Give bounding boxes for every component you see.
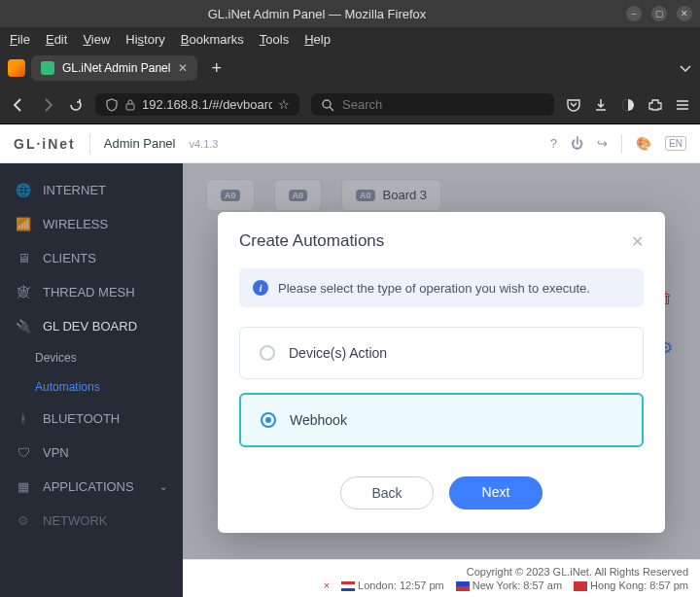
apps-icon: ▦ xyxy=(16,479,31,494)
sidebar-item-vpn[interactable]: 🛡VPN xyxy=(0,436,183,470)
menu-view[interactable]: View xyxy=(83,32,110,47)
page-content: GL·iNet Admin Panel v4.1.3 ? ⏻ ↪ 🎨 EN 🌐I… xyxy=(0,124,700,597)
hamburger-menu-icon[interactable] xyxy=(675,97,690,113)
option-label: Device(s) Action xyxy=(289,345,387,361)
menu-help[interactable]: Help xyxy=(304,32,331,47)
bluetooth-icon: ᚼ xyxy=(16,411,31,426)
menu-history[interactable]: History xyxy=(125,32,164,47)
sidebar-sub-devices[interactable]: Devices xyxy=(0,343,183,372)
new-tab-button[interactable]: + xyxy=(203,58,229,79)
back-button[interactable] xyxy=(10,96,27,114)
window-maximize-button[interactable]: ▢ xyxy=(651,6,667,21)
window-titlebar: GL.iNet Admin Panel — Mozilla Firefox – … xyxy=(0,0,700,27)
search-bar[interactable] xyxy=(311,93,554,116)
sidebar-item-bluetooth[interactable]: ᚼBLUETOOTH xyxy=(0,402,183,436)
darkmode-icon[interactable] xyxy=(620,97,636,113)
admin-version: v4.1.3 xyxy=(190,138,219,150)
clock-london: London: 12:57 pm xyxy=(341,579,444,591)
create-automations-modal: Create Automations ✕ i Please select the… xyxy=(218,212,665,533)
theme-icon[interactable]: 🎨 xyxy=(636,136,651,151)
window-title: GL.iNet Admin Panel — Mozilla Firefox xyxy=(8,7,626,21)
next-button[interactable]: Next xyxy=(449,476,542,509)
sidebar-sub-automations[interactable]: Automations xyxy=(0,372,183,402)
search-input[interactable] xyxy=(342,97,544,112)
radio-icon xyxy=(261,412,276,428)
bookmark-star-icon[interactable]: ☆ xyxy=(278,97,290,112)
menu-bookmarks[interactable]: Bookmarks xyxy=(181,32,244,47)
admin-title: Admin Panel xyxy=(104,136,176,151)
window-minimize-button[interactable]: – xyxy=(626,6,642,21)
window-close-button[interactable]: ✕ xyxy=(677,6,692,21)
sidebar-item-clients[interactable]: 🖥CLIENTS xyxy=(0,241,183,275)
help-icon[interactable]: ? xyxy=(550,136,557,151)
browser-tab[interactable]: GL.iNet Admin Panel ✕ xyxy=(31,55,197,81)
wifi-icon: 📶 xyxy=(16,217,31,231)
reboot-icon[interactable]: ⏻ xyxy=(571,136,583,151)
modal-title: Create Automations xyxy=(239,231,384,251)
pocket-icon[interactable] xyxy=(566,97,581,113)
tab-label: GL.iNet Admin Panel xyxy=(62,61,170,75)
search-icon xyxy=(321,98,334,112)
firefox-icon xyxy=(8,59,25,77)
url-text: 192.168.8.1/#/devboardautom xyxy=(142,97,272,112)
copyright-text: Copyright © 2023 GL.iNet. All Rights Res… xyxy=(194,566,688,578)
menu-tools[interactable]: Tools xyxy=(260,32,289,47)
flag-uk-icon xyxy=(341,581,355,591)
tab-favicon-icon xyxy=(41,61,54,75)
clock-hongkong: Hong Kong: 8:57 pm xyxy=(574,579,688,591)
info-icon: i xyxy=(253,280,268,296)
extensions-icon[interactable] xyxy=(648,97,663,113)
back-button[interactable]: Back xyxy=(340,476,434,509)
shield-icon xyxy=(105,98,119,112)
modal-info-text: Please select the type of operation you … xyxy=(278,281,590,296)
board-icon: 🔌 xyxy=(16,319,31,334)
globe-icon: 🌐 xyxy=(16,183,31,197)
reload-button[interactable] xyxy=(68,97,84,113)
vpn-icon: 🛡 xyxy=(16,445,31,460)
sidebar-item-network[interactable]: ⚙NETWORK xyxy=(0,504,183,538)
brand-logo: GL·iNet xyxy=(14,136,76,152)
svg-point-1 xyxy=(323,100,331,108)
lock-icon xyxy=(124,99,136,111)
modal-overlay: Create Automations ✕ i Please select the… xyxy=(183,163,700,597)
forward-button[interactable] xyxy=(39,96,56,114)
svg-rect-0 xyxy=(126,104,134,110)
sidebar-item-devboard[interactable]: 🔌GL DEV BOARD xyxy=(0,309,183,343)
app-header: GL·iNet Admin Panel v4.1.3 ? ⏻ ↪ 🎨 EN xyxy=(0,124,700,163)
sidebar-item-wireless[interactable]: 📶WIRELESS xyxy=(0,207,183,241)
logout-icon[interactable]: ↪ xyxy=(597,136,608,151)
option-label: Webhook xyxy=(290,412,347,428)
downloads-icon[interactable] xyxy=(593,97,609,113)
clients-icon: 🖥 xyxy=(16,251,31,265)
sidebar-item-thread-mesh[interactable]: 🕸THREAD MESH xyxy=(0,275,183,309)
sidebar-item-applications[interactable]: ▦APPLICATIONS⌄ xyxy=(0,470,183,504)
page-footer: Copyright © 2023 GL.iNet. All Rights Res… xyxy=(183,559,700,597)
flag-us-icon xyxy=(456,581,470,591)
radio-icon xyxy=(260,345,275,361)
main-content: A0 A0 A0Board 3 🗑 ⚙ s ) A0Board 3 Create… xyxy=(183,163,700,597)
menu-edit[interactable]: Edit xyxy=(46,32,67,47)
tabs-overflow-button[interactable] xyxy=(679,61,692,75)
browser-menubar: File Edit View History Bookmarks Tools H… xyxy=(0,27,700,51)
mesh-icon: 🕸 xyxy=(16,285,31,299)
option-device-action[interactable]: Device(s) Action xyxy=(239,327,644,379)
sidebar-item-internet[interactable]: 🌐INTERNET xyxy=(0,173,183,207)
menu-file[interactable]: File xyxy=(10,32,30,47)
chevron-down-icon: ⌄ xyxy=(159,481,167,492)
tab-strip: GL.iNet Admin Panel ✕ + xyxy=(0,51,700,86)
clock-newyork: New York: 8:57 am xyxy=(456,579,562,591)
browser-toolbar: 192.168.8.1/#/devboardautom ☆ xyxy=(0,86,700,124)
address-bar[interactable]: 192.168.8.1/#/devboardautom ☆ xyxy=(95,93,299,116)
modal-info: i Please select the type of operation yo… xyxy=(239,268,644,307)
tab-close-icon[interactable]: ✕ xyxy=(178,61,188,75)
language-button[interactable]: EN xyxy=(665,136,686,151)
sidebar: 🌐INTERNET 📶WIRELESS 🖥CLIENTS 🕸THREAD MES… xyxy=(0,163,183,597)
close-clocks-icon[interactable]: × xyxy=(324,579,330,591)
flag-hk-icon xyxy=(574,581,587,591)
option-webhook[interactable]: Webhook xyxy=(239,393,644,447)
modal-close-button[interactable]: ✕ xyxy=(631,232,644,251)
network-icon: ⚙ xyxy=(16,513,31,528)
